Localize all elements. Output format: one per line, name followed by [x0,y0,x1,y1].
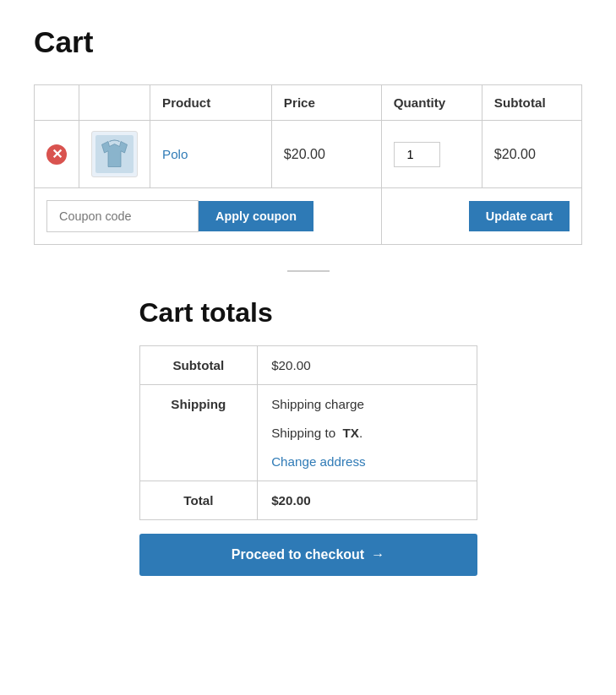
total-value: $20.00 [258,481,477,520]
remove-cell: ✕ [35,121,79,188]
shipping-to-label: Shipping to [271,426,335,440]
product-subtotal-cell: $20.00 [482,121,581,188]
total-row: Total $20.00 [139,481,477,520]
shirt-icon [95,135,134,173]
cart-table: Product Price Quantity Subtotal ✕ Po [34,84,582,245]
subtotal-row: Subtotal $20.00 [139,346,477,385]
shipping-to-text: Shipping to TX. [271,426,462,440]
page-title: Cart [34,25,582,59]
change-address-link[interactable]: Change address [271,454,365,469]
total-label: Total [139,481,258,520]
checkout-button-label: Proceed to checkout [232,547,364,562]
shipping-location: TX [343,426,359,440]
coupon-area: Apply coupon [46,200,369,232]
section-divider [34,270,582,272]
remove-item-button[interactable]: ✕ [46,144,67,165]
quantity-input[interactable] [394,142,440,167]
product-quantity-cell [381,121,482,188]
shipping-details: Shipping charge Shipping to TX. Change a… [258,385,477,481]
update-cart-button[interactable]: Update cart [469,201,570,231]
shipping-row: Shipping Shipping charge Shipping to TX.… [139,385,477,481]
product-image-cell [79,121,150,188]
col-header-subtotal: Subtotal [482,85,581,121]
coupon-row: Apply coupon Update cart [35,188,582,245]
table-row: ✕ Polo $20.00 $20.00 [35,121,582,188]
apply-coupon-button[interactable]: Apply coupon [199,201,313,231]
col-header-quantity: Quantity [381,85,482,121]
product-name-cell: Polo [150,121,272,188]
product-link[interactable]: Polo [162,147,188,161]
cart-totals-title: Cart totals [139,297,477,328]
col-header-price: Price [271,85,381,121]
cart-totals-section: Cart totals Subtotal $20.00 Shipping Shi… [139,297,477,576]
coupon-cell: Apply coupon [35,188,382,245]
col-header-remove [35,85,79,121]
update-cart-cell: Update cart [381,188,581,245]
shipping-label: Shipping [139,385,258,481]
col-header-product: Product [150,85,272,121]
product-price-cell: $20.00 [271,121,381,188]
proceed-to-checkout-button[interactable]: Proceed to checkout → [139,534,477,576]
subtotal-value: $20.00 [258,346,477,385]
checkout-arrow-icon: → [371,547,384,562]
divider-line [287,270,330,272]
shipping-charge-text: Shipping charge [271,397,462,411]
coupon-input[interactable] [46,200,199,232]
subtotal-label: Subtotal [139,346,258,385]
col-header-image [79,85,150,121]
shipping-period: . [359,426,363,440]
totals-table: Subtotal $20.00 Shipping Shipping charge… [139,345,477,520]
product-thumbnail [91,131,138,177]
